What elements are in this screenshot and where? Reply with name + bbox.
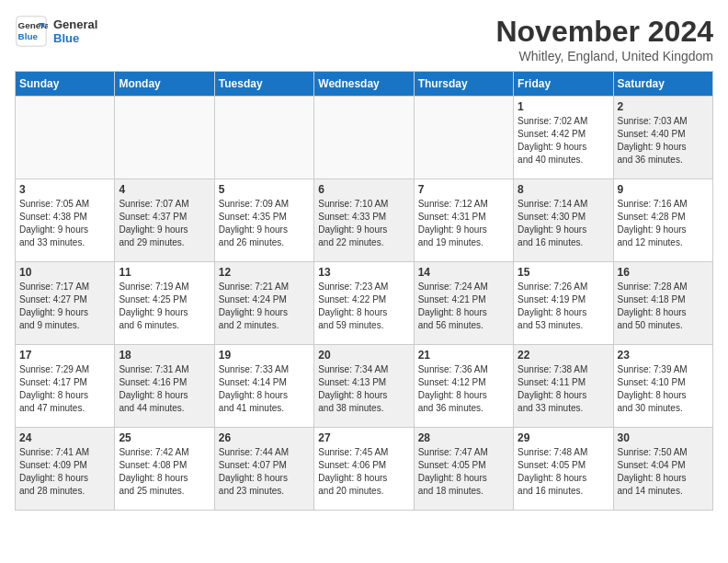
- day-info: Sunrise: 7:10 AM Sunset: 4:33 PM Dayligh…: [318, 198, 409, 249]
- calendar-cell: [16, 97, 115, 179]
- day-number: 1: [518, 100, 609, 113]
- day-info: Sunrise: 7:44 AM Sunset: 4:07 PM Dayligh…: [219, 446, 310, 498]
- day-info: Sunrise: 7:21 AM Sunset: 4:24 PM Dayligh…: [219, 281, 310, 332]
- day-info: Sunrise: 7:41 AM Sunset: 4:09 PM Dayligh…: [19, 446, 110, 498]
- day-number: 20: [318, 349, 409, 362]
- calendar-cell: 7Sunrise: 7:12 AM Sunset: 4:31 PM Daylig…: [414, 179, 513, 262]
- week-row-2: 3Sunrise: 7:05 AM Sunset: 4:38 PM Daylig…: [16, 179, 713, 262]
- day-number: 5: [219, 183, 310, 196]
- calendar-cell: 21Sunrise: 7:36 AM Sunset: 4:12 PM Dayli…: [414, 345, 513, 428]
- calendar-cell: 12Sunrise: 7:21 AM Sunset: 4:24 PM Dayli…: [214, 262, 313, 345]
- day-number: 2: [618, 100, 709, 113]
- day-info: Sunrise: 7:14 AM Sunset: 4:30 PM Dayligh…: [518, 198, 609, 249]
- calendar-cell: 25Sunrise: 7:42 AM Sunset: 4:08 PM Dayli…: [115, 428, 214, 511]
- calendar-cell: 14Sunrise: 7:24 AM Sunset: 4:21 PM Dayli…: [414, 262, 513, 345]
- day-number: 10: [19, 266, 110, 279]
- day-info: Sunrise: 7:50 AM Sunset: 4:04 PM Dayligh…: [618, 446, 709, 498]
- day-info: Sunrise: 7:03 AM Sunset: 4:40 PM Dayligh…: [618, 115, 709, 167]
- weekday-header-monday: Monday: [115, 72, 214, 97]
- day-info: Sunrise: 7:19 AM Sunset: 4:25 PM Dayligh…: [119, 281, 210, 332]
- day-number: 3: [19, 183, 110, 196]
- day-number: 27: [318, 431, 409, 444]
- calendar-cell: 8Sunrise: 7:14 AM Sunset: 4:30 PM Daylig…: [514, 179, 613, 262]
- weekday-header-wednesday: Wednesday: [314, 72, 414, 97]
- calendar-cell: 29Sunrise: 7:48 AM Sunset: 4:05 PM Dayli…: [514, 428, 613, 511]
- calendar-cell: 15Sunrise: 7:26 AM Sunset: 4:19 PM Dayli…: [514, 262, 613, 345]
- location: Whitley, England, United Kingdom: [495, 49, 713, 63]
- day-info: Sunrise: 7:02 AM Sunset: 4:42 PM Dayligh…: [518, 115, 609, 167]
- calendar-cell: 26Sunrise: 7:44 AM Sunset: 4:07 PM Dayli…: [214, 428, 313, 511]
- day-number: 6: [318, 183, 409, 196]
- day-number: 30: [618, 431, 709, 444]
- day-number: 24: [19, 431, 110, 444]
- day-info: Sunrise: 7:26 AM Sunset: 4:19 PM Dayligh…: [518, 281, 609, 332]
- day-number: 29: [518, 431, 609, 444]
- day-info: Sunrise: 7:05 AM Sunset: 4:38 PM Dayligh…: [19, 198, 110, 249]
- calendar-cell: [314, 97, 414, 179]
- day-info: Sunrise: 7:23 AM Sunset: 4:22 PM Dayligh…: [318, 281, 409, 332]
- day-number: 25: [119, 431, 210, 444]
- day-info: Sunrise: 7:47 AM Sunset: 4:05 PM Dayligh…: [418, 446, 509, 498]
- weekday-header-saturday: Saturday: [613, 72, 712, 97]
- day-number: 8: [518, 183, 609, 196]
- day-info: Sunrise: 7:07 AM Sunset: 4:37 PM Dayligh…: [119, 198, 210, 249]
- calendar-cell: 5Sunrise: 7:09 AM Sunset: 4:35 PM Daylig…: [214, 179, 313, 262]
- calendar-cell: 11Sunrise: 7:19 AM Sunset: 4:25 PM Dayli…: [115, 262, 214, 345]
- week-row-3: 10Sunrise: 7:17 AM Sunset: 4:27 PM Dayli…: [16, 262, 713, 345]
- calendar-table: SundayMondayTuesdayWednesdayThursdayFrid…: [15, 71, 713, 511]
- day-info: Sunrise: 7:36 AM Sunset: 4:12 PM Dayligh…: [418, 363, 509, 415]
- day-info: Sunrise: 7:09 AM Sunset: 4:35 PM Dayligh…: [219, 198, 310, 249]
- calendar-cell: 16Sunrise: 7:28 AM Sunset: 4:18 PM Dayli…: [613, 262, 712, 345]
- day-number: 21: [418, 349, 509, 362]
- day-info: Sunrise: 7:34 AM Sunset: 4:13 PM Dayligh…: [318, 363, 409, 415]
- day-info: Sunrise: 7:31 AM Sunset: 4:16 PM Dayligh…: [119, 363, 210, 415]
- day-number: 18: [119, 349, 210, 362]
- day-number: 19: [219, 349, 310, 362]
- day-number: 26: [219, 431, 310, 444]
- day-info: Sunrise: 7:29 AM Sunset: 4:17 PM Dayligh…: [19, 363, 110, 415]
- day-info: Sunrise: 7:42 AM Sunset: 4:08 PM Dayligh…: [119, 446, 210, 498]
- day-number: 28: [418, 431, 509, 444]
- calendar-cell: 30Sunrise: 7:50 AM Sunset: 4:04 PM Dayli…: [613, 428, 712, 511]
- logo-general: General: [53, 17, 97, 31]
- calendar-cell: 20Sunrise: 7:34 AM Sunset: 4:13 PM Dayli…: [314, 345, 414, 428]
- day-number: 17: [19, 349, 110, 362]
- calendar-cell: 6Sunrise: 7:10 AM Sunset: 4:33 PM Daylig…: [314, 179, 414, 262]
- day-number: 15: [518, 266, 609, 279]
- day-info: Sunrise: 7:12 AM Sunset: 4:31 PM Dayligh…: [418, 198, 509, 249]
- day-info: Sunrise: 7:39 AM Sunset: 4:10 PM Dayligh…: [618, 363, 709, 415]
- calendar-cell: [115, 97, 214, 179]
- calendar-cell: 10Sunrise: 7:17 AM Sunset: 4:27 PM Dayli…: [16, 262, 115, 345]
- calendar-cell: 24Sunrise: 7:41 AM Sunset: 4:09 PM Dayli…: [16, 428, 115, 511]
- calendar-cell: 4Sunrise: 7:07 AM Sunset: 4:37 PM Daylig…: [115, 179, 214, 262]
- calendar-cell: 28Sunrise: 7:47 AM Sunset: 4:05 PM Dayli…: [414, 428, 513, 511]
- calendar-cell: [214, 97, 313, 179]
- day-number: 22: [518, 349, 609, 362]
- calendar-cell: 18Sunrise: 7:31 AM Sunset: 4:16 PM Dayli…: [115, 345, 214, 428]
- weekday-header-tuesday: Tuesday: [214, 72, 313, 97]
- week-row-1: 1Sunrise: 7:02 AM Sunset: 4:42 PM Daylig…: [16, 97, 713, 179]
- calendar-cell: 3Sunrise: 7:05 AM Sunset: 4:38 PM Daylig…: [16, 179, 115, 262]
- day-number: 7: [418, 183, 509, 196]
- week-row-4: 17Sunrise: 7:29 AM Sunset: 4:17 PM Dayli…: [16, 345, 713, 428]
- logo: General Blue General Blue: [15, 15, 97, 48]
- day-info: Sunrise: 7:16 AM Sunset: 4:28 PM Dayligh…: [618, 198, 709, 249]
- calendar-cell: 9Sunrise: 7:16 AM Sunset: 4:28 PM Daylig…: [613, 179, 712, 262]
- calendar-cell: 19Sunrise: 7:33 AM Sunset: 4:14 PM Dayli…: [214, 345, 313, 428]
- calendar-cell: 23Sunrise: 7:39 AM Sunset: 4:10 PM Dayli…: [613, 345, 712, 428]
- day-number: 11: [119, 266, 210, 279]
- weekday-header-row: SundayMondayTuesdayWednesdayThursdayFrid…: [16, 72, 713, 97]
- day-number: 4: [119, 183, 210, 196]
- weekday-header-sunday: Sunday: [16, 72, 115, 97]
- day-info: Sunrise: 7:17 AM Sunset: 4:27 PM Dayligh…: [19, 281, 110, 332]
- svg-text:Blue: Blue: [18, 31, 39, 41]
- day-info: Sunrise: 7:48 AM Sunset: 4:05 PM Dayligh…: [518, 446, 609, 498]
- calendar-cell: 2Sunrise: 7:03 AM Sunset: 4:40 PM Daylig…: [613, 97, 712, 179]
- day-info: Sunrise: 7:33 AM Sunset: 4:14 PM Dayligh…: [219, 363, 310, 415]
- day-number: 14: [418, 266, 509, 279]
- day-number: 9: [618, 183, 709, 196]
- day-number: 23: [618, 349, 709, 362]
- calendar-cell: 13Sunrise: 7:23 AM Sunset: 4:22 PM Dayli…: [314, 262, 414, 345]
- page-header: General Blue General Blue November 2024 …: [15, 15, 713, 63]
- month-title: November 2024: [495, 15, 713, 49]
